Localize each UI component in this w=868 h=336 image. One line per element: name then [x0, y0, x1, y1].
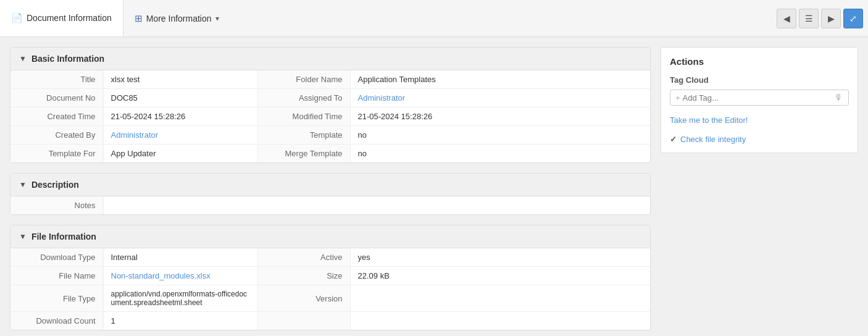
created-by-value: Administrator — [103, 126, 257, 145]
basic-info-chevron-icon: ▼ — [19, 54, 27, 63]
tab-more-information-label: More Information — [146, 14, 212, 23]
table-row: Document No DOC85 Assigned To Administra… — [10, 89, 650, 107]
template-label: Template — [257, 126, 350, 145]
assigned-to-link[interactable]: Administrator — [358, 93, 406, 103]
tab-document-information[interactable]: 📄 Document Information — [0, 0, 123, 36]
tag-input-wrapper: + 🎙 — [670, 90, 849, 106]
folder-name-value: Application Templates — [350, 70, 650, 89]
check-icon: ✓ — [670, 135, 677, 144]
add-tag-input[interactable] — [683, 93, 835, 103]
chevron-down-icon: ▾ — [215, 14, 219, 23]
table-row: Notes — [10, 196, 650, 214]
notes-value — [103, 196, 650, 214]
description-section: ▼ Description Notes — [10, 173, 651, 215]
size-label: Size — [257, 267, 350, 285]
template-value: no — [350, 126, 650, 145]
actions-panel: Actions Tag Cloud + 🎙 Take me to the Edi… — [661, 47, 858, 153]
empty-value — [350, 312, 650, 330]
created-time-label: Created Time — [10, 107, 103, 126]
description-header[interactable]: ▼ Description — [10, 174, 650, 196]
document-no-label: Document No — [10, 89, 103, 107]
document-no-value: DOC85 — [103, 89, 257, 107]
table-view-button[interactable]: ☰ — [799, 9, 819, 28]
doc-icon: 📄 — [11, 12, 23, 23]
grid-icon: ⊞ — [135, 13, 143, 24]
description-table: Notes — [10, 196, 650, 214]
merge-template-value: no — [350, 145, 650, 163]
notes-label: Notes — [10, 196, 103, 214]
editor-link[interactable]: Take me to the Editor! — [670, 116, 849, 125]
file-information-section: ▼ File Information Download Type Interna… — [10, 225, 651, 330]
basic-information-table: Title xlsx test Folder Name Application … — [10, 70, 650, 162]
basic-information-section: ▼ Basic Information Title xlsx test Fold… — [10, 47, 651, 163]
table-row: Template For App Updater Merge Template … — [10, 145, 650, 163]
merge-template-label: Merge Template — [257, 145, 350, 163]
tag-cloud-label: Tag Cloud — [670, 75, 849, 85]
file-information-title: File Information — [31, 232, 96, 242]
file-info-chevron-icon: ▼ — [19, 232, 27, 241]
template-for-value: App Updater — [103, 145, 257, 163]
content-panel: ▼ Basic Information Title xlsx test Fold… — [10, 47, 651, 336]
description-chevron-icon: ▼ — [19, 180, 27, 189]
table-row: File Type application/vnd.openxmlformats… — [10, 285, 650, 312]
expand-button[interactable]: ⤢ — [843, 9, 863, 28]
version-label: Version — [257, 285, 350, 312]
created-time-value: 21-05-2024 15:28:26 — [103, 107, 257, 126]
assigned-to-value: Administrator — [350, 89, 650, 107]
empty-label — [257, 312, 350, 330]
modified-time-value: 21-05-2024 15:28:26 — [350, 107, 650, 126]
file-name-label: File Name — [10, 267, 103, 285]
file-name-link[interactable]: Non-standard_modules.xlsx — [111, 271, 211, 280]
assigned-to-label: Assigned To — [257, 89, 350, 107]
actions-title: Actions — [670, 56, 849, 67]
download-count-value: 1 — [103, 312, 257, 330]
modified-time-label: Modified Time — [257, 107, 350, 126]
tab-more-information[interactable]: ⊞ More Information ▾ — [123, 0, 230, 36]
tab-nav-buttons: ◀ ☰ ▶ ⤢ — [777, 9, 868, 28]
download-type-label: Download Type — [10, 248, 103, 267]
table-row: Title xlsx test Folder Name Application … — [10, 70, 650, 89]
tab-document-information-label: Document Information — [27, 13, 112, 23]
file-information-table: Download Type Internal Active yes File N… — [10, 248, 650, 330]
basic-information-title: Basic Information — [31, 54, 104, 64]
title-value: xlsx test — [103, 70, 257, 89]
main-layout: ▼ Basic Information Title xlsx test Fold… — [0, 37, 868, 336]
file-name-value: Non-standard_modules.xlsx — [103, 267, 257, 285]
template-for-label: Template For — [10, 145, 103, 163]
table-row: Created Time 21-05-2024 15:28:26 Modifie… — [10, 107, 650, 126]
file-type-label: File Type — [10, 285, 103, 312]
table-row: Download Count 1 — [10, 312, 650, 330]
next-button[interactable]: ▶ — [821, 9, 841, 28]
created-by-label: Created By — [10, 126, 103, 145]
table-row: File Name Non-standard_modules.xlsx Size… — [10, 267, 650, 285]
description-title: Description — [31, 180, 79, 190]
plus-icon: + — [675, 93, 680, 103]
prev-button[interactable]: ◀ — [777, 9, 796, 28]
size-value: 22.09 kB — [350, 267, 650, 285]
integrity-check: ✓ Check file integrity — [670, 135, 849, 144]
created-by-link[interactable]: Administrator — [111, 130, 159, 140]
version-value — [350, 285, 650, 312]
title-label: Title — [10, 70, 103, 89]
active-value: yes — [350, 248, 650, 267]
tab-bar: 📄 Document Information ⊞ More Informatio… — [0, 0, 868, 37]
check-integrity-link[interactable]: Check file integrity — [680, 135, 746, 144]
basic-information-header[interactable]: ▼ Basic Information — [10, 48, 650, 70]
file-information-header[interactable]: ▼ File Information — [10, 225, 650, 248]
table-row: Download Type Internal Active yes — [10, 248, 650, 267]
download-count-label: Download Count — [10, 312, 103, 330]
mic-icon: 🎙 — [835, 93, 843, 103]
active-label: Active — [257, 248, 350, 267]
folder-name-label: Folder Name — [257, 70, 350, 89]
table-row: Created By Administrator Template no — [10, 126, 650, 145]
file-type-value: application/vnd.openxmlformats-officedoc… — [103, 285, 257, 312]
download-type-value: Internal — [103, 248, 257, 267]
